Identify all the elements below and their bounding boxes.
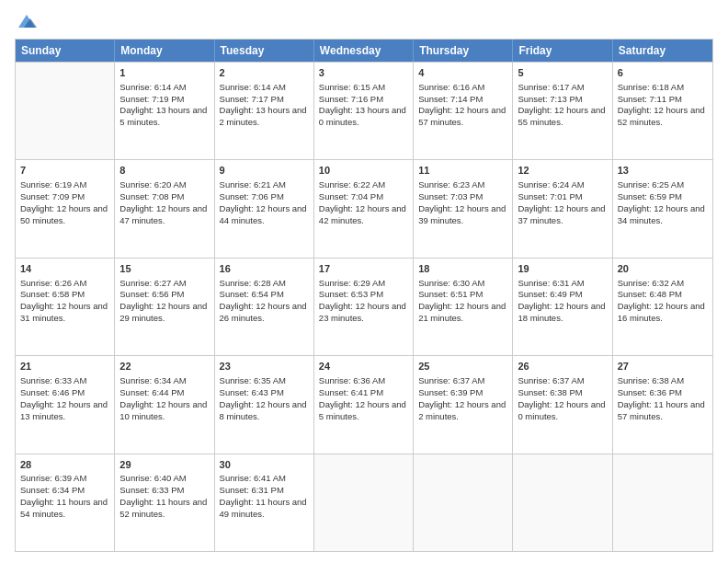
sunrise-text: Sunrise: 6:37 AM xyxy=(518,375,607,387)
day-cell-11: 11Sunrise: 6:23 AMSunset: 7:03 PMDayligh… xyxy=(414,160,513,257)
day-number: 3 xyxy=(319,66,408,80)
daylight-text: Daylight: 12 hours and 37 minutes. xyxy=(518,203,607,227)
sunset-text: Sunset: 7:11 PM xyxy=(618,94,708,106)
day-number: 25 xyxy=(418,360,507,373)
sunset-text: Sunset: 6:56 PM xyxy=(119,289,209,301)
sunset-text: Sunset: 7:06 PM xyxy=(220,191,309,203)
sunset-text: Sunset: 6:49 PM xyxy=(518,289,607,301)
day-cell-28: 28Sunrise: 6:39 AMSunset: 6:34 PMDayligh… xyxy=(16,454,115,551)
sunset-text: Sunset: 6:44 PM xyxy=(119,387,209,399)
sunset-text: Sunset: 6:46 PM xyxy=(20,387,109,399)
daylight-text: Daylight: 12 hours and 52 minutes. xyxy=(618,105,708,129)
sunrise-text: Sunrise: 6:22 AM xyxy=(319,179,408,191)
day-cell-24: 24Sunrise: 6:36 AMSunset: 6:41 PMDayligh… xyxy=(314,356,414,453)
daylight-text: Daylight: 12 hours and 34 minutes. xyxy=(618,203,708,227)
daylight-text: Daylight: 12 hours and 13 minutes. xyxy=(20,399,109,423)
sunrise-text: Sunrise: 6:28 AM xyxy=(220,278,309,290)
sunset-text: Sunset: 7:01 PM xyxy=(518,191,607,203)
day-cell-4: 4Sunrise: 6:16 AMSunset: 7:14 PMDaylight… xyxy=(414,63,513,159)
sunrise-text: Sunrise: 6:40 AM xyxy=(119,473,209,485)
daylight-text: Daylight: 11 hours and 52 minutes. xyxy=(119,497,209,521)
sunrise-text: Sunrise: 6:39 AM xyxy=(20,473,109,485)
day-number: 23 xyxy=(220,360,309,373)
sunrise-text: Sunrise: 6:20 AM xyxy=(119,179,209,191)
day-cell-6: 6Sunrise: 6:18 AMSunset: 7:11 PMDaylight… xyxy=(613,63,712,159)
sunrise-text: Sunrise: 6:15 AM xyxy=(319,82,408,94)
day-cell-14: 14Sunrise: 6:26 AMSunset: 6:58 PMDayligh… xyxy=(16,259,115,355)
daylight-text: Daylight: 12 hours and 0 minutes. xyxy=(518,399,607,423)
week-row-1: 1Sunrise: 6:14 AMSunset: 7:19 PMDaylight… xyxy=(16,62,712,159)
sunrise-text: Sunrise: 6:30 AM xyxy=(418,278,507,290)
day-number: 6 xyxy=(618,66,708,80)
day-cell-19: 19Sunrise: 6:31 AMSunset: 6:49 PMDayligh… xyxy=(513,259,612,355)
sunrise-text: Sunrise: 6:33 AM xyxy=(20,375,109,387)
day-number: 7 xyxy=(20,164,109,178)
sunrise-text: Sunrise: 6:29 AM xyxy=(319,278,408,290)
sunrise-text: Sunrise: 6:25 AM xyxy=(618,179,708,191)
day-number: 12 xyxy=(518,164,607,178)
sunrise-text: Sunrise: 6:17 AM xyxy=(518,82,607,94)
sunset-text: Sunset: 6:53 PM xyxy=(319,289,408,301)
day-number: 29 xyxy=(119,458,209,472)
daylight-text: Daylight: 12 hours and 55 minutes. xyxy=(518,105,607,129)
day-number: 14 xyxy=(20,262,109,276)
calendar: SundayMondayTuesdayWednesdayThursdayFrid… xyxy=(15,39,713,552)
day-cell-16: 16Sunrise: 6:28 AMSunset: 6:54 PMDayligh… xyxy=(215,259,314,355)
sunset-text: Sunset: 7:09 PM xyxy=(20,191,109,203)
sunset-text: Sunset: 7:08 PM xyxy=(119,191,209,203)
day-number: 19 xyxy=(518,262,607,276)
day-cell-9: 9Sunrise: 6:21 AMSunset: 7:06 PMDaylight… xyxy=(215,160,314,257)
daylight-text: Daylight: 12 hours and 39 minutes. xyxy=(418,203,507,227)
day-cell-5: 5Sunrise: 6:17 AMSunset: 7:13 PMDaylight… xyxy=(513,63,612,159)
daylight-text: Daylight: 12 hours and 26 minutes. xyxy=(220,301,309,325)
sunset-text: Sunset: 7:16 PM xyxy=(319,94,408,106)
sunset-text: Sunset: 6:43 PM xyxy=(220,387,309,399)
day-number: 17 xyxy=(319,262,408,276)
header-cell-monday: Monday xyxy=(115,40,214,62)
day-number: 18 xyxy=(418,262,507,276)
day-number: 21 xyxy=(20,360,109,373)
sunset-text: Sunset: 6:36 PM xyxy=(618,387,708,399)
header-cell-saturday: Saturday xyxy=(613,40,712,62)
sunset-text: Sunset: 7:04 PM xyxy=(319,191,408,203)
week-row-4: 21Sunrise: 6:33 AMSunset: 6:46 PMDayligh… xyxy=(16,355,712,453)
day-cell-21: 21Sunrise: 6:33 AMSunset: 6:46 PMDayligh… xyxy=(16,356,115,453)
sunset-text: Sunset: 6:51 PM xyxy=(418,289,507,301)
day-number: 1 xyxy=(119,66,209,80)
header-cell-friday: Friday xyxy=(513,40,612,62)
sunrise-text: Sunrise: 6:24 AM xyxy=(518,179,607,191)
day-number: 11 xyxy=(418,164,507,178)
sunset-text: Sunset: 6:59 PM xyxy=(618,191,708,203)
day-cell-30: 30Sunrise: 6:41 AMSunset: 6:31 PMDayligh… xyxy=(215,454,314,551)
daylight-text: Daylight: 12 hours and 2 minutes. xyxy=(418,399,507,423)
sunset-text: Sunset: 7:03 PM xyxy=(418,191,507,203)
day-number: 5 xyxy=(518,66,607,80)
daylight-text: Daylight: 12 hours and 16 minutes. xyxy=(618,301,708,325)
sunset-text: Sunset: 6:54 PM xyxy=(220,289,309,301)
daylight-text: Daylight: 13 hours and 0 minutes. xyxy=(319,105,408,129)
day-cell-27: 27Sunrise: 6:38 AMSunset: 6:36 PMDayligh… xyxy=(613,356,712,453)
day-cell-18: 18Sunrise: 6:30 AMSunset: 6:51 PMDayligh… xyxy=(414,259,513,355)
day-cell-17: 17Sunrise: 6:29 AMSunset: 6:53 PMDayligh… xyxy=(314,259,414,355)
day-number: 28 xyxy=(20,458,109,472)
header-cell-wednesday: Wednesday xyxy=(314,40,414,62)
sunset-text: Sunset: 7:14 PM xyxy=(418,94,507,106)
day-number: 10 xyxy=(319,164,408,178)
sunset-text: Sunset: 6:58 PM xyxy=(20,289,109,301)
sunrise-text: Sunrise: 6:14 AM xyxy=(119,82,209,94)
daylight-text: Daylight: 12 hours and 44 minutes. xyxy=(220,203,309,227)
day-number: 26 xyxy=(518,360,607,373)
sunset-text: Sunset: 7:13 PM xyxy=(518,94,607,106)
daylight-text: Daylight: 11 hours and 54 minutes. xyxy=(20,497,109,521)
sunrise-text: Sunrise: 6:35 AM xyxy=(220,375,309,387)
daylight-text: Daylight: 13 hours and 2 minutes. xyxy=(220,105,309,129)
logo xyxy=(15,11,37,31)
daylight-text: Daylight: 13 hours and 5 minutes. xyxy=(119,105,209,129)
day-cell-2: 2Sunrise: 6:14 AMSunset: 7:17 PMDaylight… xyxy=(215,63,314,159)
sunset-text: Sunset: 6:33 PM xyxy=(119,485,209,497)
daylight-text: Daylight: 12 hours and 47 minutes. xyxy=(119,203,209,227)
sunrise-text: Sunrise: 6:31 AM xyxy=(518,278,607,290)
empty-cell xyxy=(613,454,712,551)
sunset-text: Sunset: 6:34 PM xyxy=(20,485,109,497)
sunset-text: Sunset: 7:17 PM xyxy=(220,94,309,106)
